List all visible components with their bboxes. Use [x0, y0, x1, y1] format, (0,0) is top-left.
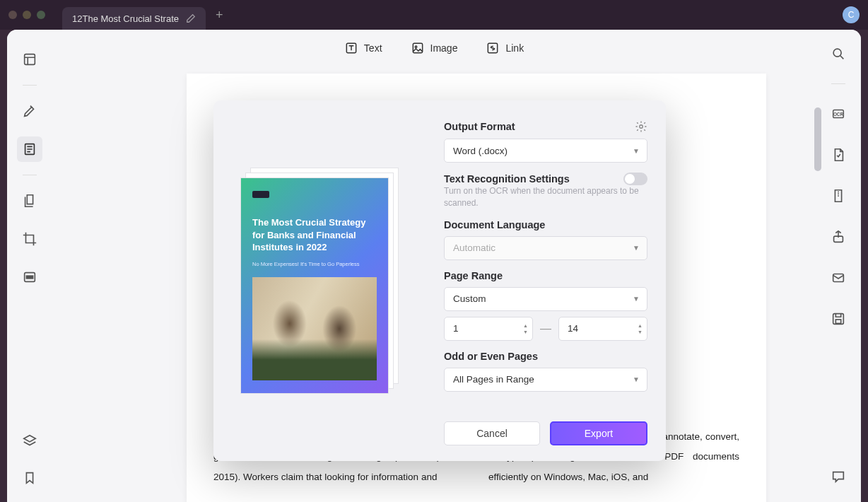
svg-point-15 — [640, 125, 643, 129]
cancel-button[interactable]: Cancel — [444, 421, 540, 445]
chevron-down-icon: ▼ — [633, 375, 640, 383]
stepper-arrows[interactable]: ▲▼ — [638, 323, 643, 334]
close-window[interactable] — [8, 11, 17, 19]
search-icon[interactable] — [827, 42, 850, 65]
chevron-down-icon: ▼ — [633, 147, 640, 155]
svg-point-8 — [833, 49, 841, 57]
chevron-down-icon: ▼ — [633, 295, 640, 303]
left-toolbar — [7, 30, 52, 502]
output-format-label: Output Format — [444, 121, 515, 132]
pages-icon[interactable] — [17, 188, 42, 214]
layers-icon[interactable] — [17, 428, 42, 454]
tab-title: 12The Most Crucial Strate — [72, 13, 179, 24]
link-icon — [486, 41, 500, 55]
separator — [23, 175, 37, 175]
mail-icon[interactable] — [827, 267, 850, 289]
svg-point-6 — [415, 46, 417, 48]
app-window: Text Image Link ly, it will support achi… — [7, 30, 861, 502]
separator — [831, 83, 845, 84]
ocr-icon[interactable]: OCR — [827, 103, 850, 125]
user-avatar[interactable]: C — [843, 6, 860, 23]
window-controls — [8, 11, 45, 19]
gear-icon[interactable] — [635, 120, 647, 133]
insert-link-button[interactable]: Link — [486, 41, 524, 55]
page-from-input[interactable]: 1 ▲▼ — [444, 317, 533, 341]
redact-icon[interactable] — [17, 264, 42, 290]
svg-rect-13 — [833, 314, 844, 325]
svg-rect-5 — [413, 43, 422, 52]
right-toolbar: OCR — [816, 30, 861, 502]
maximize-window[interactable] — [37, 11, 45, 19]
insert-toolbar: Text Image Link — [52, 30, 816, 66]
compress-icon[interactable] — [827, 185, 850, 207]
svg-text:OCR: OCR — [833, 112, 844, 117]
ocr-toggle[interactable] — [623, 173, 647, 185]
new-tab-button[interactable]: + — [216, 8, 223, 23]
convert-icon[interactable] — [827, 144, 850, 166]
stepper-arrows[interactable]: ▲▼ — [523, 323, 528, 334]
output-format-select[interactable]: Word (.docx) ▼ — [444, 139, 647, 163]
comment-icon[interactable] — [827, 465, 850, 488]
export-dialog: The Most Crucial Strategy for Banks and … — [213, 100, 666, 461]
save-icon[interactable] — [827, 308, 850, 330]
document-tab[interactable]: 12The Most Crucial Strate — [62, 7, 206, 30]
insert-text-button[interactable]: Text — [344, 41, 382, 55]
highlighter-icon[interactable] — [17, 98, 42, 124]
svg-rect-3 — [26, 276, 33, 279]
titlebar: 12The Most Crucial Strate + C — [0, 0, 868, 30]
ocr-hint: Turn on the OCR when the document appear… — [444, 185, 647, 209]
page-range-label: Page Range — [444, 270, 503, 281]
text-icon — [344, 41, 358, 55]
cover-subtitle: No More Expenses! It's Time to Go Paperl… — [252, 261, 377, 267]
language-label: Document Language — [444, 219, 545, 230]
insert-image-button[interactable]: Image — [411, 41, 458, 55]
page-range-select[interactable]: Custom ▼ — [444, 287, 647, 311]
ocr-label: Text Recognition Settings — [444, 173, 570, 185]
export-preview: The Most Crucial Strategy for Banks and … — [213, 100, 426, 461]
svg-rect-0 — [25, 54, 35, 65]
chevron-down-icon: ▼ — [633, 244, 640, 252]
cover-preview: The Most Crucial Strategy for Banks and … — [241, 178, 388, 393]
separator — [23, 85, 37, 86]
annotate-icon[interactable] — [17, 136, 42, 162]
crop-icon[interactable] — [17, 226, 42, 252]
cover-title: The Most Crucial Strategy for Banks and … — [252, 216, 377, 254]
bookmark-icon[interactable] — [17, 465, 42, 491]
pencil-icon[interactable] — [186, 13, 196, 23]
share-icon[interactable] — [827, 226, 850, 248]
cover-logo — [252, 191, 269, 198]
language-select[interactable]: Automatic ▼ — [444, 236, 647, 260]
cover-photo — [252, 277, 377, 380]
export-options: Output Format Word (.docx) ▼ Text Recogn… — [426, 100, 666, 461]
page-to-input[interactable]: 14 ▲▼ — [558, 317, 647, 341]
odd-even-label: Odd or Even Pages — [444, 351, 538, 362]
image-icon — [411, 41, 425, 55]
export-button[interactable]: Export — [550, 421, 647, 445]
thumbnails-icon[interactable] — [17, 47, 42, 72]
scrollbar-thumb[interactable] — [814, 107, 821, 171]
range-dash: — — [540, 322, 551, 335]
svg-rect-14 — [835, 320, 840, 324]
odd-even-select[interactable]: All Pages in Range ▼ — [444, 368, 647, 392]
minimize-window[interactable] — [23, 11, 31, 19]
document-thumbnail-stack: The Most Crucial Strategy for Banks and … — [240, 168, 399, 394]
